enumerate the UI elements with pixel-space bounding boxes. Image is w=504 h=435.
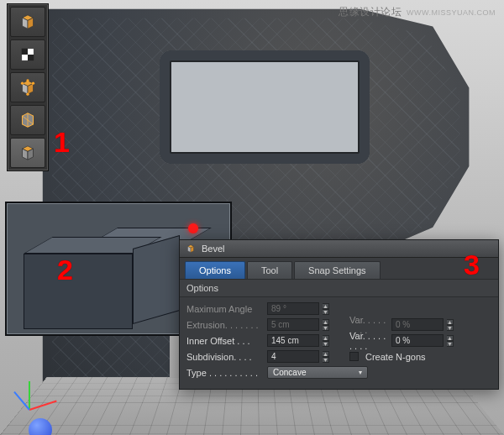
inner-offset-stepper[interactable]: ▲▼: [323, 335, 329, 347]
tab-tool[interactable]: Tool: [247, 261, 292, 279]
bevel-panel: Bevel Options Tool Snap Settings Options…: [179, 239, 499, 390]
watermark-en: WWW.MISSYUAN.COM: [407, 8, 496, 17]
type-dropdown[interactable]: Concave ▾: [267, 366, 368, 379]
texture-mode-button[interactable]: [10, 39, 45, 70]
extrusion-label: Extrusion. . . . . . .: [186, 320, 264, 330]
point-mode-button[interactable]: [10, 72, 45, 102]
watermark: 思缘设计论坛 WWW.MISSYUAN.COM: [339, 5, 496, 19]
model-mode-button[interactable]: [10, 7, 45, 37]
polygon-mode-icon: [17, 142, 39, 164]
point-mode-icon: [17, 76, 39, 98]
inner-offset-label: Inner Offset . . .: [186, 336, 264, 346]
var1-stepper: ▲▼: [447, 319, 454, 331]
max-angle-label: Maximum Angle: [186, 304, 264, 314]
subdivision-label: Subdivision. . . .: [186, 352, 264, 362]
callout-3: 3: [464, 249, 480, 281]
var1-field: 0 %: [391, 318, 444, 331]
svg-rect-5: [28, 55, 34, 60]
watermark-cn: 思缘设计论坛: [339, 5, 402, 19]
var2-field[interactable]: 0 %: [391, 334, 444, 347]
axis-handle-icon[interactable]: [188, 223, 198, 233]
texture-mode-icon: [17, 44, 39, 66]
axis-gizmo[interactable]: [5, 368, 55, 418]
svg-point-11: [26, 79, 29, 81]
letter-p-hole: [160, 50, 370, 164]
create-ngons-label: Create N-gons: [365, 352, 426, 362]
bevel-icon: [185, 243, 197, 254]
axis-y-icon: [29, 381, 30, 410]
extrusion-field: 5 cm: [267, 318, 319, 331]
axis-x-icon: [29, 401, 57, 411]
subdivision-stepper[interactable]: ▲▼: [323, 351, 329, 363]
edge-mode-icon: [17, 109, 39, 131]
axis-z-icon: [13, 391, 30, 411]
tab-snap-settings[interactable]: Snap Settings: [294, 261, 381, 279]
svg-point-12: [26, 93, 29, 96]
create-ngons-checkbox[interactable]: [349, 352, 359, 361]
subdivision-field[interactable]: 4: [267, 350, 319, 363]
svg-point-9: [21, 82, 24, 85]
var2-stepper[interactable]: ▲▼: [447, 335, 454, 347]
model-mode-icon: [17, 11, 39, 33]
callout-1: 1: [54, 126, 70, 159]
svg-point-10: [32, 82, 34, 85]
var2-label: Var. . . . . . . . .: [349, 331, 388, 351]
panel-header[interactable]: Bevel: [180, 240, 498, 258]
polygon-mode-button[interactable]: [10, 138, 45, 168]
max-angle-field: 89 °: [267, 302, 319, 315]
inset-mesh: [24, 223, 192, 331]
callout-2: 2: [57, 254, 73, 286]
tab-options[interactable]: Options: [185, 261, 245, 279]
axis-origin-icon: [29, 418, 52, 435]
section-label-options: Options: [180, 279, 498, 297]
svg-rect-4: [22, 49, 28, 55]
chevron-down-icon: ▾: [359, 366, 362, 379]
options-body: Maximum Angle 89 ° ▲▼ Extrusion. . . . .…: [180, 297, 498, 389]
edge-mode-button[interactable]: [10, 105, 45, 135]
extrusion-stepper: ▲▼: [323, 319, 329, 331]
type-value: Concave: [273, 366, 306, 379]
panel-title: Bevel: [202, 244, 225, 254]
max-angle-stepper: ▲▼: [323, 303, 329, 315]
inner-offset-field[interactable]: 145 cm: [267, 334, 319, 347]
mode-toolbar: [7, 3, 49, 171]
panel-tabs: Options Tool Snap Settings: [180, 258, 498, 279]
type-label: Type . . . . . . . . . .: [186, 368, 264, 378]
